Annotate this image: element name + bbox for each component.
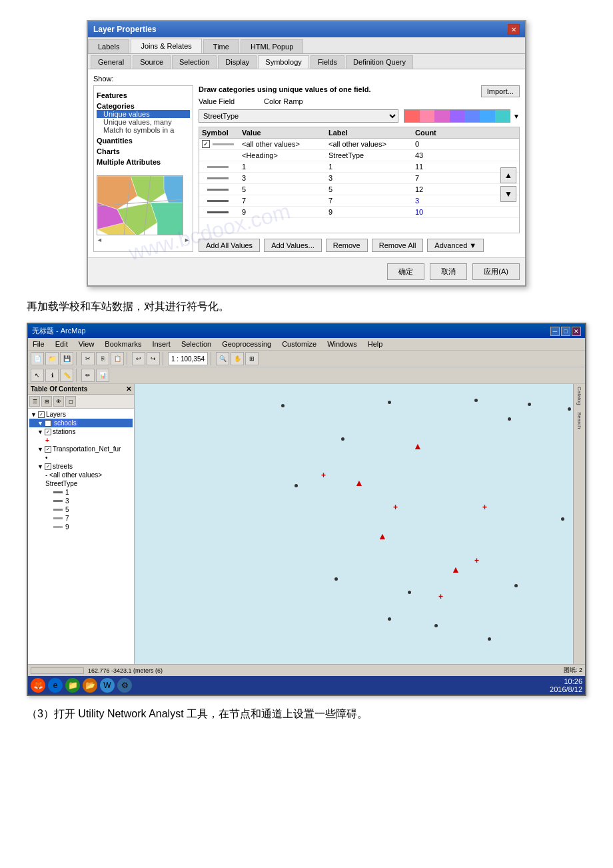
unique-values-item[interactable]: Unique values <box>97 110 190 118</box>
add-values-button[interactable]: Add Values... <box>264 239 322 252</box>
taskbar-settings-icon[interactable]: ⚙ <box>117 678 132 693</box>
table-row[interactable]: 7 7 3 <box>199 195 519 207</box>
menu-help[interactable]: Help <box>366 339 385 349</box>
tab-fields[interactable]: Fields <box>310 55 344 69</box>
color-ramp-arrow[interactable]: ▼ <box>513 113 520 120</box>
tb-pan[interactable]: ✋ <box>231 352 244 365</box>
tab-joins-relates[interactable]: Joins & Relates <box>131 39 201 53</box>
tb-zoom[interactable]: 🔍 <box>216 352 229 365</box>
menu-windows[interactable]: Windows <box>325 339 359 349</box>
toc-item-schools[interactable]: ▼ schools <box>29 419 133 427</box>
tb-paste[interactable]: 📋 <box>111 352 124 365</box>
tb-extent[interactable]: ⊞ <box>245 352 259 365</box>
scroll-right-icon[interactable]: ► <box>184 237 190 243</box>
tb-measure[interactable]: 📏 <box>60 369 73 382</box>
map-dot-7 <box>295 484 298 487</box>
toc-vis-btn[interactable]: 👁 <box>53 396 64 407</box>
toc-close-icon[interactable]: ✕ <box>126 385 131 393</box>
taskbar-explorer-icon[interactable]: 📁 <box>65 678 80 693</box>
tb-edit[interactable]: ✏ <box>81 369 95 382</box>
toc-item-transport[interactable]: ▼ Transportation_Net_fur <box>29 445 133 453</box>
layers-check[interactable] <box>38 411 45 418</box>
taskbar-word-icon[interactable]: W <box>100 678 115 693</box>
taskbar-folder-icon[interactable]: 📂 <box>83 678 97 693</box>
add-all-values-button[interactable]: Add All Values <box>199 239 260 252</box>
stations-check[interactable] <box>45 429 51 435</box>
win-maximize-button[interactable]: □ <box>561 327 570 336</box>
tb-new[interactable]: 📄 <box>31 352 44 365</box>
match-symbols-item[interactable]: Match to symbols in a <box>97 126 190 134</box>
transport-check[interactable] <box>45 446 51 453</box>
tb-cut[interactable]: ✂ <box>81 352 95 365</box>
scale-input[interactable]: 1 : 100,354 <box>168 352 208 365</box>
win-minimize-button[interactable]: ─ <box>550 327 560 336</box>
menu-geoprocessing[interactable]: Geoprocessing <box>220 339 273 349</box>
toc-item-streets[interactable]: ▼ streets <box>29 462 133 471</box>
taskbar-ie-icon[interactable]: e <box>48 678 63 693</box>
streets-check[interactable] <box>45 463 51 470</box>
table-row[interactable]: 5 5 12 <box>199 184 519 195</box>
station-marker-3: ▲ <box>378 531 387 541</box>
color-ramp[interactable] <box>404 109 510 123</box>
tb-identify[interactable]: ℹ <box>45 369 59 382</box>
unique-values-many-item[interactable]: Unique values, many <box>97 118 190 126</box>
toc-source-btn[interactable]: ⊞ <box>41 396 52 407</box>
win-close-button[interactable]: ✕ <box>572 327 581 336</box>
sort-down-button[interactable]: ▼ <box>500 186 516 202</box>
tb-copy[interactable]: ⎘ <box>96 352 109 365</box>
menu-insert[interactable]: Insert <box>150 339 173 349</box>
table-row[interactable]: <Heading> StreetType 43 <box>199 150 519 161</box>
ramp-swatch-1 <box>404 110 420 122</box>
tb-redo[interactable]: ↪ <box>147 352 160 365</box>
street-type-select[interactable]: StreetType <box>199 109 398 123</box>
row-value-5: 5 <box>242 185 328 193</box>
table-row[interactable]: 1 1 11 <box>199 161 519 173</box>
dialog-close-button[interactable]: ✕ <box>508 24 520 35</box>
menu-edit[interactable]: Edit <box>53 339 70 349</box>
tab-html-popup[interactable]: HTML Popup <box>241 39 303 53</box>
arcmap-title: 无标题 - ArcMap <box>32 326 86 336</box>
row-checkbox-1[interactable]: ✓ <box>202 140 210 148</box>
tab-definition-query[interactable]: Definition Query <box>346 55 413 69</box>
header-count: Count <box>415 129 455 137</box>
tab-labels[interactable]: Labels <box>88 39 129 53</box>
map-view[interactable]: ▲ ▲ ▲ ▲ + + + + + <box>135 384 585 664</box>
menu-bookmarks[interactable]: Bookmarks <box>103 339 143 349</box>
tab-display[interactable]: Display <box>218 55 257 69</box>
table-row[interactable]: 3 3 7 <box>199 173 519 184</box>
tb-open[interactable]: 📁 <box>45 352 59 365</box>
table-row[interactable]: 9 9 10 <box>199 207 519 218</box>
advanced-button[interactable]: Advanced ▼ <box>427 239 484 252</box>
tab-selection[interactable]: Selection <box>172 55 217 69</box>
tb-undo[interactable]: ↩ <box>132 352 145 365</box>
sort-up-button[interactable]: ▲ <box>500 167 516 183</box>
cancel-button[interactable]: 取消 <box>430 263 467 280</box>
menu-file[interactable]: File <box>31 339 47 349</box>
remove-all-button[interactable]: Remove All <box>372 239 424 252</box>
toc-list-btn[interactable]: ☰ <box>29 396 40 407</box>
menu-customize[interactable]: Customize <box>280 339 318 349</box>
tab-time[interactable]: Time <box>203 39 239 53</box>
ok-button[interactable]: 确定 <box>387 263 424 280</box>
taskbar-firefox-icon[interactable]: 🦊 <box>31 678 45 693</box>
menu-view[interactable]: View <box>77 339 97 349</box>
expand-streets-icon: ▼ <box>37 463 43 470</box>
menu-selection[interactable]: Selection <box>179 339 213 349</box>
tb-select[interactable]: ↖ <box>31 369 44 382</box>
schools-check[interactable] <box>45 420 51 427</box>
layers-label: Layers <box>46 411 66 418</box>
tab-symbology[interactable]: Symbology <box>258 55 308 69</box>
toc-item-stations[interactable]: ▼ stations <box>29 427 133 436</box>
apply-button[interactable]: 应用(A) <box>472 263 520 280</box>
remove-button[interactable]: Remove <box>326 239 368 252</box>
dialog-tabs-row1: Labels Joins & Relates Time HTML Popup <box>88 37 525 54</box>
tab-source[interactable]: Source <box>133 55 171 69</box>
import-button[interactable]: Import... <box>481 85 520 97</box>
tb-save[interactable]: 💾 <box>60 352 73 365</box>
tab-general[interactable]: General <box>91 55 131 69</box>
scroll-left-icon[interactable]: ◄ <box>97 237 103 243</box>
toc-sel-btn[interactable]: ◻ <box>65 396 76 407</box>
toc-item-layers[interactable]: ▼ Layers <box>29 410 133 419</box>
table-row[interactable]: ✓ <all other values> <all other values> … <box>199 139 519 150</box>
tb-attribute[interactable]: 📊 <box>96 369 109 382</box>
